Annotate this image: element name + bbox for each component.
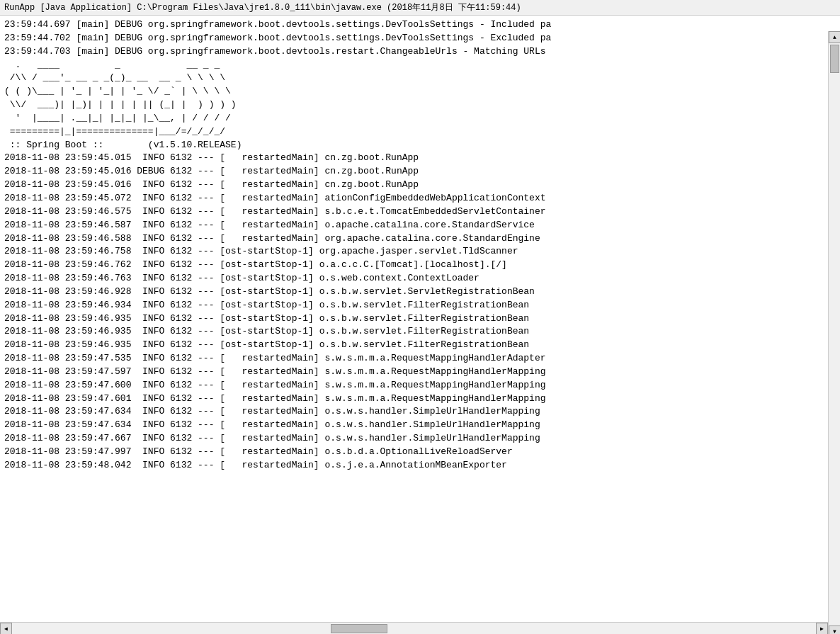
scroll-down-button[interactable]: ▼ [829,625,840,634]
console-output[interactable]: 23:59:44.697 [main] DEBUG org.springfram… [0,16,840,634]
vertical-scrollbar[interactable]: ▲ ▼ [828,31,840,634]
log-line: 2018-11-08 23:59:45.016 INFO 6132 --- [ … [4,179,836,192]
log-line: 2018-11-08 23:59:46.758 INFO 6132 --- [o… [4,245,836,259]
log-line: 2018-11-08 23:59:46.575 INFO 6132 --- [ … [4,205,836,219]
log-line: . ____ _ __ _ _ [4,59,836,72]
log-line: 2018-11-08 23:59:45.072 INFO 6132 --- [ … [4,192,836,205]
log-line: :: Spring Boot :: (v1.5.10.RELEASE) [4,139,836,152]
log-line: /\\ / ___'_ __ _ _(_)_ __ __ _ \ \ \ \ [4,72,836,85]
log-line: 2018-11-08 23:59:45.016 DEBUG 6132 --- [… [4,165,836,179]
log-line: 2018-11-08 23:59:47.600 INFO 6132 --- [ … [4,379,836,392]
scroll-right-button[interactable]: ▶ [816,623,828,635]
title-bar: RunApp [Java Application] C:\Program Fil… [0,0,840,16]
log-line: 2018-11-08 23:59:46.762 INFO 6132 --- [o… [4,259,836,272]
log-line: 2018-11-08 23:59:47.667 INFO 6132 --- [ … [4,432,836,446]
log-line: 2018-11-08 23:59:47.997 INFO 6132 --- [ … [4,446,836,459]
log-line: 2018-11-08 23:59:47.601 INFO 6132 --- [ … [4,392,836,406]
log-line: ( ( )\___ | '_ | '_| | '_ \/ _` | \ \ \ … [4,85,836,98]
log-line: 2018-11-08 23:59:48.042 INFO 6132 --- [ … [4,459,836,472]
log-line: 23:59:44.702 [main] DEBUG org.springfram… [4,32,836,45]
scroll-up-button[interactable]: ▲ [829,31,840,43]
log-line: 2018-11-08 23:59:46.935 INFO 6132 --- [o… [4,325,836,339]
log-line: 23:59:44.703 [main] DEBUG org.springfram… [4,45,836,59]
log-line: 2018-11-08 23:59:46.934 INFO 6132 --- [o… [4,299,836,312]
horizontal-scrollbar[interactable]: ◀ ▶ [0,622,828,634]
scroll-thumb-vertical[interactable] [830,45,839,73]
log-line: 2018-11-08 23:59:46.928 INFO 6132 --- [o… [4,285,836,299]
log-line: 2018-11-08 23:59:47.597 INFO 6132 --- [ … [4,366,836,379]
scroll-track-vertical[interactable] [829,43,840,625]
log-line: ' |____| .__|_| |_|_| |_\__, | / / / / [4,112,836,125]
log-line: 23:59:44.697 [main] DEBUG org.springfram… [4,18,836,32]
log-line: =========|_|==============|___/=/_/_/_/ [4,125,836,139]
scroll-track-horizontal[interactable] [12,623,816,635]
title-text: RunApp [Java Application] C:\Program Fil… [4,3,521,13]
log-line: 2018-11-08 23:59:46.587 INFO 6132 --- [ … [4,219,836,232]
log-line: 2018-11-08 23:59:47.634 INFO 6132 --- [ … [4,405,836,419]
log-line: 2018-11-08 23:59:46.935 INFO 6132 --- [o… [4,312,836,326]
log-line: 2018-11-08 23:59:46.935 INFO 6132 --- [o… [4,339,836,352]
log-line: 2018-11-08 23:59:45.015 INFO 6132 --- [ … [4,152,836,165]
log-line: 2018-11-08 23:59:47.634 INFO 6132 --- [ … [4,419,836,432]
log-line: 2018-11-08 23:59:47.535 INFO 6132 --- [ … [4,352,836,366]
scroll-left-button[interactable]: ◀ [0,623,12,635]
scroll-thumb-horizontal[interactable] [331,624,387,633]
log-line: 2018-11-08 23:59:46.588 INFO 6132 --- [ … [4,232,836,246]
log-line: \\/ ___)| |_)| | | | | || (_| | ) ) ) ) [4,98,836,112]
log-line: 2018-11-08 23:59:46.763 INFO 6132 --- [o… [4,272,836,285]
